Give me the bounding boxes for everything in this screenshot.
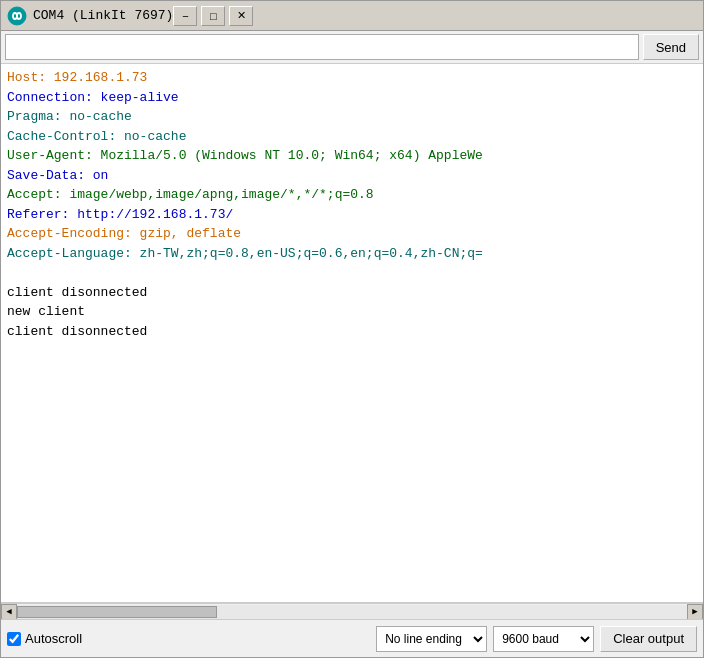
autoscroll-control: Autoscroll	[7, 631, 82, 646]
baud-rate-select[interactable]: 300 baud 1200 baud 2400 baud 4800 baud 9…	[493, 626, 594, 652]
output-line: client disonnected	[7, 285, 147, 300]
output-line: Accept: image/webp,image/apng,image/*,*/…	[7, 187, 374, 202]
output-line: Accept-Language: zh-TW,zh;q=0.8,en-US;q=…	[7, 246, 483, 261]
line-ending-select[interactable]: No line ending Newline Carriage return B…	[376, 626, 487, 652]
output-line: User-Agent: Mozilla/5.0 (Windows NT 10.0…	[7, 148, 483, 163]
output-line: new client	[7, 304, 85, 319]
autoscroll-label[interactable]: Autoscroll	[25, 631, 82, 646]
minimize-button[interactable]: −	[173, 6, 197, 26]
output-line: Referer: http://192.168.1.73/	[7, 207, 233, 222]
output-line: Save-Data: on	[7, 168, 108, 183]
close-button[interactable]: ✕	[229, 6, 253, 26]
output-area[interactable]: Host: 192.168.1.73 Connection: keep-aliv…	[1, 64, 703, 603]
output-content: Host: 192.168.1.73 Connection: keep-aliv…	[7, 68, 697, 341]
input-bar: Send	[1, 31, 703, 64]
titlebar: COM4 (LinkIt 7697) − □ ✕	[1, 1, 703, 31]
send-button[interactable]: Send	[643, 34, 699, 60]
output-line: Pragma: no-cache	[7, 109, 132, 124]
scroll-thumb[interactable]	[17, 606, 217, 618]
scroll-right-arrow[interactable]: ▶	[687, 604, 703, 620]
output-line: Connection: keep-alive	[7, 90, 179, 105]
autoscroll-checkbox[interactable]	[7, 632, 21, 646]
scroll-left-arrow[interactable]: ◀	[1, 604, 17, 620]
output-line: client disonnected	[7, 324, 147, 339]
output-line: Accept-Encoding: gzip, deflate	[7, 226, 241, 241]
output-line: Host: 192.168.1.73	[7, 70, 147, 85]
clear-output-button[interactable]: Clear output	[600, 626, 697, 652]
output-line: Cache-Control: no-cache	[7, 129, 186, 144]
serial-input[interactable]	[5, 34, 639, 60]
window-controls: − □ ✕	[173, 6, 253, 26]
maximize-button[interactable]: □	[201, 6, 225, 26]
app-logo	[7, 6, 27, 26]
scroll-track[interactable]	[17, 605, 687, 619]
horizontal-scrollbar[interactable]: ◀ ▶	[1, 603, 703, 619]
window-title: COM4 (LinkIt 7697)	[33, 8, 173, 23]
bottom-bar: Autoscroll No line ending Newline Carria…	[1, 619, 703, 657]
